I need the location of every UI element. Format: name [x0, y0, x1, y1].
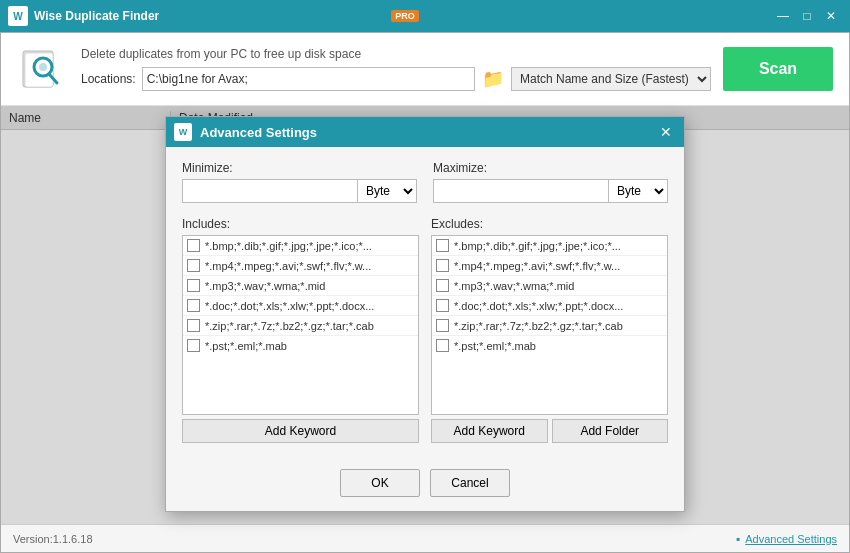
- dialog-titlebar: W Advanced Settings ✕: [166, 117, 684, 147]
- includes-label: Includes:: [182, 217, 419, 231]
- maximize-unit-select[interactable]: ByteKBMBGB: [608, 179, 668, 203]
- pro-badge: PRO: [391, 10, 419, 22]
- minimize-window-btn[interactable]: —: [772, 5, 794, 27]
- header-subtitle: Delete duplicates from your PC to free u…: [81, 47, 711, 61]
- list-item: *.pst;*.eml;*.mab: [183, 336, 418, 355]
- maximize-window-btn[interactable]: □: [796, 5, 818, 27]
- list-item: *.bmp;*.dib;*.gif;*.jpg;*.jpe;*.ico;*...: [432, 236, 667, 256]
- list-item: *.pst;*.eml;*.mab: [432, 336, 667, 355]
- browse-folder-btn[interactable]: 📁: [481, 67, 505, 91]
- minimize-group: Minimize: ByteKBMBGB: [182, 161, 417, 203]
- file-text: *.doc;*.dot;*.xls;*.xlw;*.ppt;*.docx...: [454, 300, 623, 312]
- two-col-area: Includes: *.bmp;*.dib;*.gif;*.jpg;*.jpe;…: [182, 217, 668, 443]
- includes-list[interactable]: *.bmp;*.dib;*.gif;*.jpg;*.jpe;*.ico;*...…: [182, 235, 419, 415]
- checkbox-2-excludes[interactable]: [436, 259, 449, 272]
- dialog-icon: W: [174, 123, 192, 141]
- file-text: *.mp4;*.mpeg;*.avi;*.swf;*.flv;*.w...: [454, 260, 620, 272]
- advanced-settings-link[interactable]: Advanced Settings: [745, 533, 837, 545]
- checkbox-3-excludes[interactable]: [436, 279, 449, 292]
- file-text: *.zip;*.rar;*.7z;*.bz2;*.gz;*.tar;*.cab: [454, 320, 623, 332]
- checkbox-5-includes[interactable]: [187, 319, 200, 332]
- scan-button[interactable]: Scan: [723, 47, 833, 91]
- window-controls: — □ ✕: [772, 5, 842, 27]
- file-text: *.mp3;*.wav;*.wma;*.mid: [454, 280, 574, 292]
- footer: Version:1.1.6.18 ▪ Advanced Settings: [1, 524, 849, 552]
- bullet-icon: ▪: [736, 532, 740, 546]
- excludes-section: Excludes: *.bmp;*.dib;*.gif;*.jpg;*.jpe;…: [431, 217, 668, 443]
- excludes-label: Excludes:: [431, 217, 668, 231]
- excludes-add-folder-btn[interactable]: Add Folder: [552, 419, 669, 443]
- includes-add-keyword-btn[interactable]: Add Keyword: [182, 419, 419, 443]
- dialog-body: Minimize: ByteKBMBGB Maximize:: [166, 147, 684, 457]
- main-window: Delete duplicates from your PC to free u…: [0, 32, 850, 553]
- app-title: Wise Duplicate Finder: [34, 9, 387, 23]
- dialog-close-btn[interactable]: ✕: [656, 122, 676, 142]
- file-text: *.zip;*.rar;*.7z;*.bz2;*.gz;*.tar;*.cab: [205, 320, 374, 332]
- file-text: *.pst;*.eml;*.mab: [205, 340, 287, 352]
- excludes-buttons: Add Keyword Add Folder: [431, 419, 668, 443]
- excludes-add-keyword-btn[interactable]: Add Keyword: [431, 419, 548, 443]
- header-text: Delete duplicates from your PC to free u…: [81, 47, 711, 91]
- checkbox-5-excludes[interactable]: [436, 319, 449, 332]
- size-row: Minimize: ByteKBMBGB Maximize:: [182, 161, 668, 203]
- file-text: *.pst;*.eml;*.mab: [454, 340, 536, 352]
- match-select[interactable]: Match Name and Size (Fastest): [511, 67, 711, 91]
- app-logo-icon: [17, 43, 69, 95]
- maximize-input-row: ByteKBMBGB: [433, 179, 668, 203]
- ok-button[interactable]: OK: [340, 469, 420, 497]
- list-item: *.bmp;*.dib;*.gif;*.jpg;*.jpe;*.ico;*...: [183, 236, 418, 256]
- location-label: Locations:: [81, 72, 136, 86]
- content-area: Name Date Modified W Advanced Settings ✕…: [1, 106, 849, 524]
- title-bar: W Wise Duplicate Finder PRO — □ ✕: [0, 0, 850, 32]
- checkbox-3-includes[interactable]: [187, 279, 200, 292]
- dialog-footer: OK Cancel: [166, 457, 684, 511]
- checkbox-1-excludes[interactable]: [436, 239, 449, 252]
- checkbox-6-excludes[interactable]: [436, 339, 449, 352]
- app-icon: W: [8, 6, 28, 26]
- checkbox-4-excludes[interactable]: [436, 299, 449, 312]
- header-area: Delete duplicates from your PC to free u…: [1, 33, 849, 106]
- list-item: *.mp3;*.wav;*.wma;*.mid: [183, 276, 418, 296]
- checkbox-4-includes[interactable]: [187, 299, 200, 312]
- file-text: *.bmp;*.dib;*.gif;*.jpg;*.jpe;*.ico;*...: [454, 240, 621, 252]
- checkbox-1-includes[interactable]: [187, 239, 200, 252]
- file-text: *.doc;*.dot;*.xls;*.xlw;*.ppt;*.docx...: [205, 300, 374, 312]
- location-row: Locations: 📁 Match Name and Size (Fastes…: [81, 67, 711, 91]
- svg-point-4: [39, 63, 47, 71]
- list-item: *.doc;*.dot;*.xls;*.xlw;*.ppt;*.docx...: [432, 296, 667, 316]
- list-item: *.doc;*.dot;*.xls;*.xlw;*.ppt;*.docx...: [183, 296, 418, 316]
- list-item: *.mp4;*.mpeg;*.avi;*.swf;*.flv;*.w...: [432, 256, 667, 276]
- location-input[interactable]: [142, 67, 475, 91]
- maximize-input[interactable]: [433, 179, 608, 203]
- checkbox-2-includes[interactable]: [187, 259, 200, 272]
- checkbox-6-includes[interactable]: [187, 339, 200, 352]
- advanced-settings-link-area: ▪ Advanced Settings: [736, 532, 837, 546]
- file-text: *.mp3;*.wav;*.wma;*.mid: [205, 280, 325, 292]
- file-text: *.mp4;*.mpeg;*.avi;*.swf;*.flv;*.w...: [205, 260, 371, 272]
- dialog-title: Advanced Settings: [200, 125, 656, 140]
- version-text: Version:1.1.6.18: [13, 533, 93, 545]
- maximize-group: Maximize: ByteKBMBGB: [433, 161, 668, 203]
- minimize-unit-select[interactable]: ByteKBMBGB: [357, 179, 417, 203]
- minimize-input[interactable]: [182, 179, 357, 203]
- minimize-label: Minimize:: [182, 161, 417, 175]
- dialog-overlay: W Advanced Settings ✕ Minimize: Byte: [1, 106, 849, 524]
- close-window-btn[interactable]: ✕: [820, 5, 842, 27]
- list-item: *.mp4;*.mpeg;*.avi;*.swf;*.flv;*.w...: [183, 256, 418, 276]
- folder-icon: 📁: [482, 68, 504, 90]
- list-item: *.mp3;*.wav;*.wma;*.mid: [432, 276, 667, 296]
- includes-section: Includes: *.bmp;*.dib;*.gif;*.jpg;*.jpe;…: [182, 217, 419, 443]
- minimize-input-row: ByteKBMBGB: [182, 179, 417, 203]
- list-item: *.zip;*.rar;*.7z;*.bz2;*.gz;*.tar;*.cab: [183, 316, 418, 336]
- file-text: *.bmp;*.dib;*.gif;*.jpg;*.jpe;*.ico;*...: [205, 240, 372, 252]
- maximize-label: Maximize:: [433, 161, 668, 175]
- cancel-button[interactable]: Cancel: [430, 469, 510, 497]
- list-item: *.zip;*.rar;*.7z;*.bz2;*.gz;*.tar;*.cab: [432, 316, 667, 336]
- excludes-list[interactable]: *.bmp;*.dib;*.gif;*.jpg;*.jpe;*.ico;*...…: [431, 235, 668, 415]
- advanced-settings-dialog: W Advanced Settings ✕ Minimize: Byte: [165, 116, 685, 512]
